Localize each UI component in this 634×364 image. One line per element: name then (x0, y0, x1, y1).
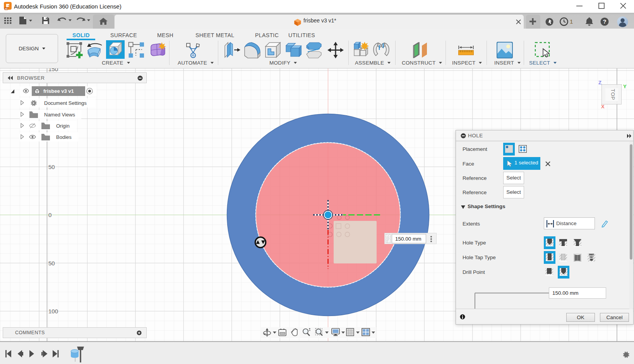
svg-text:360: 360 (5, 8, 8, 10)
svg-text:?: ? (603, 18, 606, 25)
